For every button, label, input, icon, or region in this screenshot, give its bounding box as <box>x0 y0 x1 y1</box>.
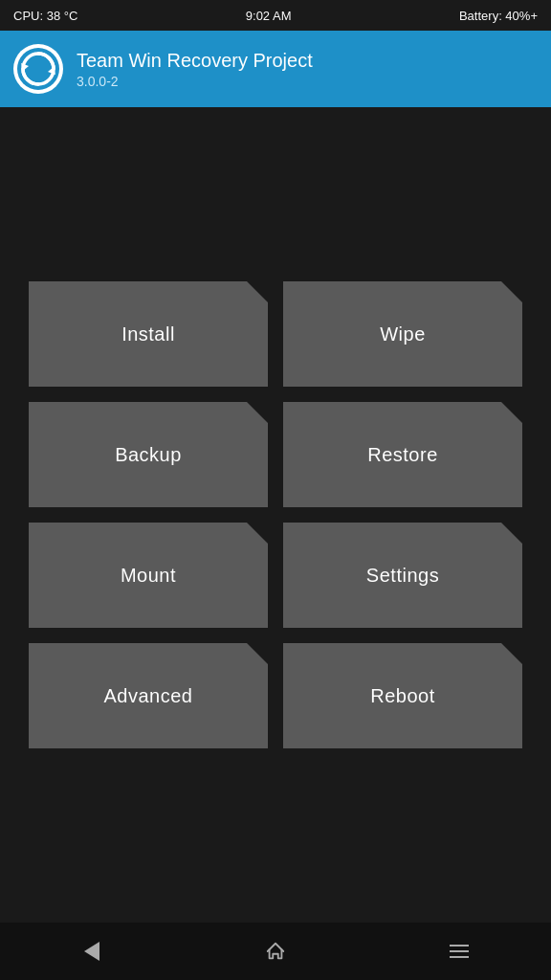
button-row-3: Mount Settings <box>29 523 522 628</box>
back-icon <box>84 942 99 961</box>
header-text: Team Win Recovery Project 3.0.0-2 <box>77 49 313 89</box>
time-status: 9:02 AM <box>246 9 292 23</box>
app-version: 3.0.0-2 <box>77 74 313 89</box>
menu-line-1 <box>450 945 469 947</box>
reboot-button[interactable]: Reboot <box>283 643 522 748</box>
home-icon <box>265 941 286 962</box>
app-header: Team Win Recovery Project 3.0.0-2 <box>0 31 551 107</box>
button-row-4: Advanced Reboot <box>29 643 522 748</box>
menu-line-2 <box>450 950 469 952</box>
install-button[interactable]: Install <box>29 281 268 387</box>
app-title: Team Win Recovery Project <box>77 49 313 72</box>
battery-status: Battery: 40%+ <box>459 9 538 23</box>
advanced-button[interactable]: Advanced <box>29 643 268 748</box>
button-row-2: Backup Restore <box>29 402 522 507</box>
cpu-status: CPU: 38 °C <box>13 9 77 23</box>
status-bar: CPU: 38 °C 9:02 AM Battery: 40%+ <box>0 0 551 31</box>
back-nav-button[interactable] <box>68 932 116 970</box>
restore-button[interactable]: Restore <box>283 402 522 507</box>
wipe-button[interactable]: Wipe <box>283 281 522 387</box>
home-nav-button[interactable] <box>252 932 299 970</box>
button-row-1: Install Wipe <box>29 281 522 387</box>
main-content: Install Wipe Backup Restore Mount Settin… <box>0 107 551 923</box>
navigation-bar <box>0 923 551 980</box>
menu-line-3 <box>450 956 469 958</box>
backup-button[interactable]: Backup <box>29 402 268 507</box>
menu-nav-button[interactable] <box>435 932 483 970</box>
mount-button[interactable]: Mount <box>29 523 268 628</box>
twrp-logo-icon <box>13 44 63 94</box>
settings-button[interactable]: Settings <box>283 523 522 628</box>
